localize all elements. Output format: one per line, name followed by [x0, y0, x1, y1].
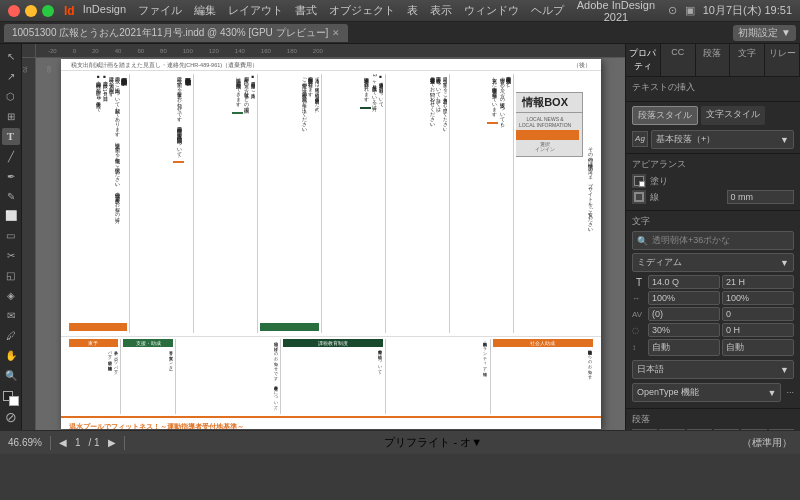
bottom-center-status: プリフライト - オ▼ — [133, 435, 734, 450]
page-total-display: / 1 — [88, 437, 99, 448]
alignment-buttons-row[interactable]: ≡ ≡ ≡ ≡ ≡ ≡ — [632, 429, 794, 430]
pencil-tool[interactable]: ✎ — [2, 188, 20, 205]
document-page: 税支出削減計画を踏まえた見直し・連絡先(CHR-489-961)（遺棄費用） （… — [61, 59, 601, 429]
auto-row: ↕ 自動 自動 — [632, 339, 794, 356]
zoom-tool[interactable]: 🔍 — [2, 367, 20, 384]
page-number-display[interactable]: 1 — [75, 437, 81, 448]
rectangle-frame-tool[interactable]: ⬜ — [2, 208, 20, 225]
menu-indesign[interactable]: InDesign — [83, 3, 126, 18]
note-tool[interactable]: ✉ — [2, 307, 20, 324]
leading-field[interactable]: 21 H — [722, 275, 794, 289]
workspace-button[interactable]: 初期設定 ▼ — [733, 25, 796, 41]
tab-close-icon[interactable]: ✕ — [332, 28, 340, 38]
baseline-shift-field[interactable]: 0 — [722, 307, 794, 321]
extra-field[interactable]: 0 H — [722, 323, 794, 337]
maximize-button[interactable] — [42, 5, 54, 17]
font-name-value: ミディアム — [637, 256, 682, 269]
main-area: ↖ ↗ ⬡ ⊞ T ╱ ✒ ✎ ⬜ ▭ ✂ ◱ ◈ ✉ 🖊 ✋ 🔍 ⊘ -20 … — [0, 44, 800, 430]
tab-paragraph[interactable]: 段落 — [696, 44, 731, 76]
paragraph-style-button[interactable]: 段落スタイル — [632, 106, 698, 125]
pen-tool[interactable]: ✒ — [2, 168, 20, 185]
window-controls[interactable] — [8, 5, 54, 17]
page-nav-prev[interactable]: ◀ — [59, 437, 67, 448]
document-tab[interactable]: 10051300 広報とうおん2021年11月号.indd @ 430% [GP… — [4, 24, 348, 42]
opacity-field[interactable]: 30% — [648, 323, 720, 337]
rectangle-tool[interactable]: ▭ — [2, 227, 20, 244]
text-column-3: ■期日前投票のご案内 投票所が遠い方、仕事などの理由で... 事前に期日前投票が… — [196, 74, 255, 333]
preflight-dropdown[interactable]: プリフライト - オ▼ — [384, 436, 482, 448]
text-size-row: T 14.0 Q 21 H — [632, 275, 794, 289]
tab-cc[interactable]: CC — [661, 44, 696, 76]
gradient-feather-tool[interactable]: ◈ — [2, 287, 20, 304]
opentype-dropdown[interactable]: OpenType 機能 ▼ — [632, 383, 781, 402]
gap-tool[interactable]: ⊞ — [2, 108, 20, 125]
line-tool[interactable]: ╱ — [2, 148, 20, 165]
title-right-area: ⊙ ▣ 10月7日(木) 19:51 — [668, 3, 792, 18]
menu-object[interactable]: オブジェクト — [329, 3, 395, 18]
page-tool[interactable]: ⬡ — [2, 88, 20, 105]
align-center-button[interactable]: ≡ — [659, 429, 684, 430]
tab-relay[interactable]: リレー — [765, 44, 800, 76]
more-options-icon[interactable]: ··· — [786, 387, 794, 397]
middle-col-6: 社会人助成 社会福祉協議会からのお知らせ... — [493, 339, 593, 414]
align-justify-button[interactable]: ≡ — [714, 429, 739, 430]
tracking-field[interactable]: (0) — [648, 307, 720, 321]
language-dropdown[interactable]: 日本語 ▼ — [632, 360, 794, 379]
apply-none-button[interactable]: ⊘ — [2, 409, 20, 426]
direct-select-tool[interactable]: ↗ — [2, 68, 20, 85]
menu-help[interactable]: ヘルプ — [531, 3, 564, 18]
document-container[interactable]: 税支出削減計画を踏まえた見直し・連絡先(CHR-489-961)（遺棄費用） （… — [36, 58, 625, 430]
canvas-area[interactable]: -20 0 20 40 60 80 100 120 140 160 180 20… — [22, 44, 625, 430]
align-right-button[interactable]: ≡ — [687, 429, 712, 430]
character-style-button[interactable]: 文字スタイル — [701, 106, 765, 125]
info-box-title: 情報BOX — [516, 93, 582, 113]
paragraph-style-dropdown[interactable]: 基本段落（+） ▼ — [651, 130, 794, 149]
tab-character[interactable]: 文字 — [730, 44, 765, 76]
align-left-button[interactable]: ≡ — [632, 429, 657, 430]
bottom-sep-2 — [124, 436, 125, 450]
align-justify-all-button[interactable]: ≡ — [769, 429, 794, 430]
font-size-field[interactable]: 14.0 Q — [648, 275, 720, 289]
menu-view[interactable]: 表示 — [430, 3, 452, 18]
gradient-tool[interactable]: ◱ — [2, 267, 20, 284]
menu-layout[interactable]: レイアウト — [228, 3, 283, 18]
type-tool[interactable]: T — [2, 128, 20, 145]
tools-panel: ↖ ↗ ⬡ ⊞ T ╱ ✒ ✎ ⬜ ▭ ✂ ◱ ◈ ✉ 🖊 ✋ 🔍 ⊘ — [0, 44, 22, 430]
eyedropper-tool[interactable]: 🖊 — [2, 327, 20, 344]
style-type-buttons[interactable]: 段落スタイル 文字スタイル — [632, 106, 794, 125]
hand-tool[interactable]: ✋ — [2, 347, 20, 364]
text-column-4: 本市では市民の皆様の利便性向上のため... 投票済証明書を発行します。 ご希望の… — [260, 74, 319, 333]
paragraph-style-section: 段落スタイル 文字スタイル Ag 基本段落（+） ▼ — [626, 102, 800, 154]
font-search-placeholder: 透明朝体+36ポかな — [652, 234, 730, 247]
close-button[interactable] — [8, 5, 20, 17]
align-justify-last-button[interactable]: ≡ — [741, 429, 766, 430]
text-insert-section: テキストの挿入 — [626, 77, 800, 102]
page-nav-next[interactable]: ▶ — [108, 437, 116, 448]
select-tool[interactable]: ↖ — [2, 48, 20, 65]
font-search-field[interactable]: 🔍 透明朝体+36ポかな — [632, 231, 794, 250]
tab-properties[interactable]: プロパティ — [626, 44, 661, 76]
panel-tabs[interactable]: プロパティ CC 段落 文字 リレー — [626, 44, 800, 77]
stroke-value-field[interactable]: 0 mm — [727, 190, 795, 204]
text-scale-row: ↔ 100% 100% — [632, 291, 794, 305]
bottom-section: 温水プールでフィットネス！～運動指導者受付地基準～ 温水プールを利用した運動教室… — [61, 416, 601, 429]
menu-window[interactable]: ウィンドウ — [464, 3, 519, 18]
auto-field-2[interactable]: 自動 — [722, 339, 794, 356]
scissors-tool[interactable]: ✂ — [2, 247, 20, 264]
menu-file[interactable]: ファイル — [138, 3, 182, 18]
vertical-scale-field[interactable]: 100% — [722, 291, 794, 305]
middle-col-1: 東予 東予スポーツパークパーク近隣の施設情報... — [69, 339, 119, 414]
tracking-row: AV (0) 0 — [632, 307, 794, 321]
menu-edit[interactable]: 編集 — [194, 3, 216, 18]
menu-format[interactable]: 書式 — [295, 3, 317, 18]
text-column-6: 投票に関するご注意点をお読みください。 不在者投票について詳しくは... 選挙管… — [388, 74, 447, 333]
horizontal-scale-field[interactable]: 100% — [648, 291, 720, 305]
minimize-button[interactable] — [25, 5, 37, 17]
font-size-icon: T — [632, 275, 646, 289]
vertical-ruler: 010203040506070 — [22, 58, 36, 430]
menu-bar[interactable]: InDesign ファイル 編集 レイアウト 書式 オブジェクト 表 表示 ウィ… — [83, 3, 564, 18]
auto-field-1[interactable]: 自動 — [648, 339, 720, 356]
font-name-dropdown[interactable]: ミディアム ▼ — [632, 253, 794, 272]
menu-table[interactable]: 表 — [407, 3, 418, 18]
battery-icon: ▣ — [685, 4, 695, 17]
